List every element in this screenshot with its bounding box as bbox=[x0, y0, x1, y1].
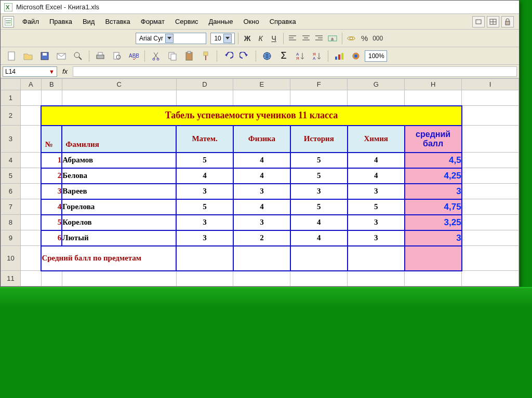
autosum-button[interactable]: Σ bbox=[276, 49, 291, 63]
chevron-down-icon[interactable] bbox=[223, 34, 232, 43]
cell-name[interactable]: Корелов bbox=[62, 215, 176, 230]
grid-icon[interactable] bbox=[487, 16, 499, 28]
cell-name[interactable]: Лютый bbox=[62, 230, 176, 246]
cell-avg[interactable]: 3 bbox=[405, 184, 462, 199]
row-header[interactable]: 8 bbox=[1, 215, 21, 230]
name-box[interactable]: L14 ▼ bbox=[3, 66, 57, 77]
cell-score[interactable]: 3 bbox=[176, 184, 233, 199]
lock-icon[interactable] bbox=[501, 16, 514, 28]
menu-view[interactable]: Вид bbox=[77, 16, 100, 28]
chevron-down-icon[interactable] bbox=[165, 34, 174, 43]
row-header[interactable]: 4 bbox=[1, 153, 21, 168]
menu-insert[interactable]: Вставка bbox=[100, 16, 135, 28]
cell-score[interactable]: 4 bbox=[348, 168, 405, 184]
cell-score[interactable]: 3 bbox=[348, 184, 405, 199]
new-button[interactable] bbox=[4, 49, 19, 63]
align-center-button[interactable] bbox=[300, 32, 312, 45]
row-header[interactable]: 11 bbox=[1, 271, 21, 286]
header-subj[interactable]: Физика bbox=[233, 126, 290, 153]
row-header[interactable]: 2 bbox=[1, 106, 21, 126]
cell-score[interactable]: 3 bbox=[348, 230, 405, 246]
row-header[interactable]: 6 bbox=[1, 184, 21, 199]
comma-button[interactable]: 000 bbox=[371, 32, 383, 45]
cell-avg[interactable]: 4,75 bbox=[405, 199, 462, 215]
italic-button[interactable]: К bbox=[255, 32, 267, 45]
cell-score[interactable]: 5 bbox=[290, 153, 348, 168]
copy-button[interactable] bbox=[165, 49, 180, 63]
save-button[interactable] bbox=[37, 49, 52, 63]
menu-edit[interactable]: Правка bbox=[44, 16, 77, 28]
undo-button[interactable] bbox=[220, 49, 236, 63]
col-header[interactable]: I bbox=[462, 79, 519, 90]
zoom-combo[interactable]: 100% bbox=[365, 50, 387, 62]
print-button[interactable] bbox=[92, 49, 108, 63]
cell-num[interactable]: 5 bbox=[41, 215, 62, 230]
format-painter-button[interactable] bbox=[198, 49, 214, 63]
header-avg[interactable]: средний балл bbox=[405, 126, 462, 153]
footer-cell[interactable] bbox=[233, 246, 290, 271]
row-header[interactable]: 1 bbox=[1, 90, 21, 106]
footer-cell[interactable] bbox=[290, 246, 348, 271]
bold-button[interactable]: Ж bbox=[241, 32, 253, 45]
row-header[interactable]: 7 bbox=[1, 199, 21, 215]
cell-score[interactable]: 4 bbox=[233, 199, 290, 215]
cell-score[interactable]: 4 bbox=[348, 153, 405, 168]
footer-cell[interactable] bbox=[348, 246, 405, 271]
select-all-corner[interactable] bbox=[1, 79, 21, 90]
cell-score[interactable]: 4 bbox=[233, 168, 290, 184]
currency-button[interactable] bbox=[345, 32, 357, 45]
paste-button[interactable] bbox=[181, 49, 197, 63]
header-subj[interactable]: Химия bbox=[348, 126, 405, 153]
cell-score[interactable]: 2 bbox=[233, 230, 290, 246]
cell-name[interactable]: Горелова bbox=[62, 199, 176, 215]
cell-name[interactable]: Белова bbox=[62, 168, 176, 184]
chart-wizard-button[interactable] bbox=[331, 49, 347, 63]
redo-button[interactable] bbox=[237, 49, 252, 63]
open-button[interactable] bbox=[20, 49, 36, 63]
sort-desc-button[interactable]: ЯА bbox=[309, 49, 325, 63]
footer-cell[interactable] bbox=[176, 246, 233, 271]
header-num[interactable]: № bbox=[41, 126, 62, 153]
cell-name[interactable]: Абрамов bbox=[62, 153, 176, 168]
cell-score[interactable]: 4 bbox=[176, 168, 233, 184]
cell-score[interactable]: 3 bbox=[176, 230, 233, 246]
cell-num[interactable]: 6 bbox=[41, 230, 62, 246]
menu-help[interactable]: Справка bbox=[264, 16, 301, 28]
percent-button[interactable]: % bbox=[358, 32, 370, 45]
row-header[interactable]: 10 bbox=[1, 246, 21, 271]
cell-num[interactable]: 3 bbox=[41, 184, 62, 199]
col-header[interactable]: E bbox=[233, 79, 290, 90]
align-left-button[interactable] bbox=[287, 32, 299, 45]
print-preview-button[interactable] bbox=[109, 49, 125, 63]
cell-score[interactable]: 5 bbox=[176, 199, 233, 215]
row-header[interactable]: 3 bbox=[1, 126, 21, 153]
header-subj[interactable]: История bbox=[290, 126, 348, 153]
col-header[interactable]: G bbox=[348, 79, 405, 90]
sort-asc-button[interactable]: АЯ bbox=[292, 49, 308, 63]
cell-avg[interactable]: 4,25 bbox=[405, 168, 462, 184]
cell-score[interactable]: 3 bbox=[233, 215, 290, 230]
drawing-button[interactable] bbox=[348, 49, 364, 63]
header-name[interactable]: Фамилия bbox=[62, 126, 176, 153]
align-right-button[interactable] bbox=[313, 32, 325, 45]
spellcheck-button[interactable]: ABB bbox=[126, 49, 141, 63]
cell-num[interactable]: 1 bbox=[41, 153, 62, 168]
cell-avg[interactable]: 3 bbox=[405, 230, 462, 246]
cell-score[interactable]: 5 bbox=[348, 199, 405, 215]
col-header[interactable]: H bbox=[405, 79, 462, 90]
cell-score[interactable]: 3 bbox=[176, 215, 233, 230]
row-header[interactable]: 9 bbox=[1, 230, 21, 246]
cell-score[interactable]: 4 bbox=[290, 215, 348, 230]
col-header[interactable]: D bbox=[176, 79, 233, 90]
menu-file[interactable]: Файл bbox=[17, 16, 44, 28]
font-combo[interactable]: Arial Cyr bbox=[136, 33, 206, 44]
font-size-combo[interactable]: 10 bbox=[210, 33, 234, 44]
cell-score[interactable]: 4 bbox=[290, 230, 348, 246]
cell-score[interactable]: 4 bbox=[233, 153, 290, 168]
workbook-icon[interactable] bbox=[3, 16, 14, 28]
cut-button[interactable] bbox=[148, 49, 164, 63]
cell-avg[interactable]: 4,5 bbox=[405, 153, 462, 168]
footer-avg-cell[interactable] bbox=[405, 246, 462, 271]
fx-label[interactable]: fx bbox=[62, 67, 68, 75]
cell-avg[interactable]: 3,25 bbox=[405, 215, 462, 230]
